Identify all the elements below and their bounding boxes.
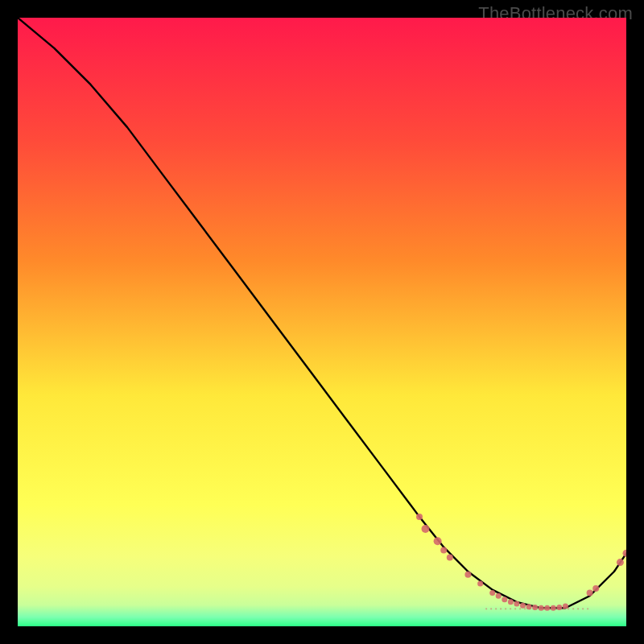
data-point-marker	[464, 572, 471, 578]
annotation-dot	[558, 608, 559, 609]
annotation-dot	[563, 608, 564, 609]
annotation-dot	[553, 608, 555, 609]
annotation-dot	[582, 608, 584, 609]
chart-frame: TheBottleneck.com	[0, 0, 644, 644]
data-point-marker	[416, 514, 423, 520]
data-point-marker	[514, 601, 519, 607]
data-point-marker	[502, 597, 507, 602]
annotation-dot	[524, 608, 526, 609]
annotation-dot	[490, 608, 492, 609]
data-point-marker	[477, 581, 483, 587]
data-point-marker	[617, 559, 624, 566]
annotation-dot	[529, 608, 530, 609]
annotation-dot	[485, 608, 487, 609]
annotation-dot	[572, 608, 574, 609]
annotation-dot	[539, 608, 540, 609]
annotation-dot	[548, 608, 550, 609]
gradient-background	[18, 18, 626, 626]
chart-svg	[18, 18, 626, 626]
annotation-dot	[568, 608, 569, 609]
annotation-dot	[543, 608, 545, 609]
data-point-marker	[496, 593, 502, 599]
data-point-marker	[520, 603, 526, 609]
data-point-marker	[447, 555, 453, 561]
annotation-dot	[510, 608, 511, 609]
annotation-dot	[495, 608, 497, 609]
data-point-marker	[434, 537, 442, 545]
annotation-dot	[514, 608, 516, 609]
data-point-marker	[551, 605, 556, 611]
data-point-marker	[508, 599, 514, 605]
annotation-dot	[505, 608, 506, 609]
annotation-dot	[577, 608, 579, 609]
data-point-marker	[587, 589, 593, 596]
annotation-dot	[534, 608, 535, 609]
annotation-dot	[519, 608, 521, 609]
data-point-marker	[526, 604, 532, 609]
data-point-marker	[440, 547, 447, 554]
chart-plot-area	[18, 18, 626, 626]
data-point-marker	[489, 590, 495, 596]
data-point-marker	[422, 525, 430, 533]
annotation-dot	[587, 608, 588, 609]
annotation-dot	[500, 608, 502, 609]
data-point-marker	[592, 585, 599, 592]
